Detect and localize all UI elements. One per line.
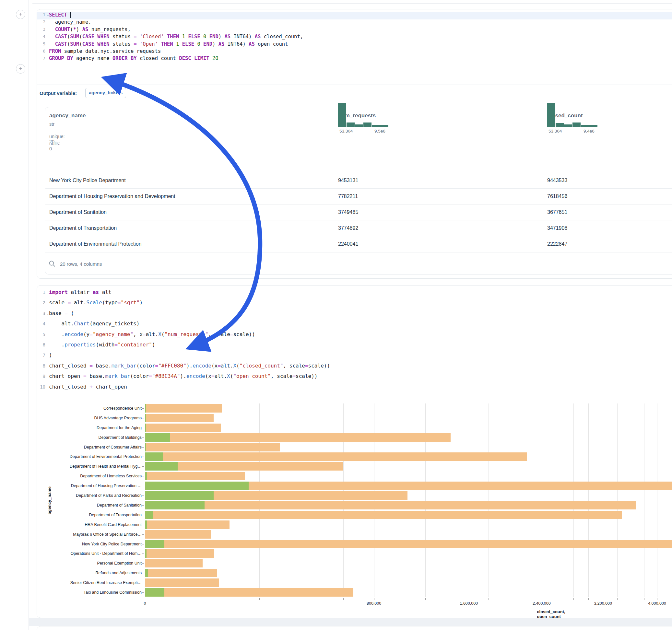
bar-closed-count[interactable] bbox=[145, 453, 527, 461]
y-axis-label: Department of Buildings bbox=[38, 435, 142, 440]
x-axis-tick bbox=[448, 598, 448, 600]
histogram-bar bbox=[363, 122, 371, 127]
x-axis-tick bbox=[525, 598, 525, 600]
y-axis-tick bbox=[142, 457, 144, 457]
y-axis-label: Personal Exemption Unit bbox=[38, 561, 142, 565]
bar-open-count[interactable] bbox=[145, 511, 153, 519]
line-number: 6 bbox=[37, 340, 45, 350]
search-icon[interactable] bbox=[49, 260, 56, 267]
bar-open-count[interactable] bbox=[145, 462, 178, 470]
gridline bbox=[525, 404, 525, 597]
y-axis-tick bbox=[142, 466, 144, 467]
table-row[interactable]: Department of Housing Preservation and D… bbox=[45, 189, 672, 204]
table-row[interactable]: Department of Transportation377489234719… bbox=[45, 220, 672, 236]
bar-closed-count[interactable] bbox=[145, 472, 245, 480]
histogram-bar bbox=[380, 125, 388, 127]
y-axis-tick bbox=[142, 408, 144, 409]
column-header-agency_name[interactable]: agency_name bbox=[49, 113, 86, 119]
text-cursor bbox=[70, 12, 71, 18]
y-axis-label: Operations Unit - Department of Hom… bbox=[38, 551, 142, 556]
gridline bbox=[558, 404, 558, 597]
code-text: .properties(width="container") bbox=[49, 340, 155, 350]
bar-closed-count[interactable] bbox=[145, 559, 202, 567]
bar-closed-count[interactable] bbox=[145, 423, 221, 432]
line-number: 3 bbox=[37, 26, 45, 33]
y-axis-tick bbox=[142, 505, 144, 506]
histogram-bar bbox=[573, 122, 581, 127]
bar-open-count[interactable] bbox=[145, 569, 148, 577]
bar-open-count[interactable] bbox=[145, 540, 164, 548]
bar-closed-count[interactable] bbox=[145, 588, 353, 597]
bar-closed-count[interactable] bbox=[145, 540, 672, 548]
y-axis-tick bbox=[142, 447, 144, 447]
bar-closed-count[interactable] bbox=[145, 511, 622, 519]
gridline bbox=[374, 404, 375, 597]
bar-closed-count[interactable] bbox=[145, 443, 280, 452]
y-axis-tick bbox=[142, 554, 144, 554]
x-axis-tick-label: 3,200,000 bbox=[594, 601, 612, 606]
cell-agency-name: Department of Sanitation bbox=[49, 209, 107, 215]
column-histogram[interactable] bbox=[547, 103, 597, 127]
y-axis-label: Department of Transportation bbox=[38, 513, 142, 517]
cell-num-requests: 7782211 bbox=[338, 193, 358, 199]
bar-closed-count[interactable] bbox=[145, 404, 222, 413]
column-type: str bbox=[49, 122, 54, 127]
gridline bbox=[469, 404, 469, 597]
bar-closed-count[interactable] bbox=[145, 549, 214, 558]
y-axis-title: agency_name bbox=[47, 486, 52, 514]
code-text: base = ( bbox=[49, 308, 74, 319]
bar-closed-count[interactable] bbox=[145, 520, 230, 529]
table-row[interactable]: New York City Police Department945313194… bbox=[45, 173, 672, 189]
bar-closed-count[interactable] bbox=[145, 501, 636, 509]
code-text: SELECT bbox=[49, 11, 71, 19]
output-variable-value: agency_tickets bbox=[89, 90, 123, 95]
add-cell-button-below-sql[interactable]: + bbox=[16, 64, 25, 74]
line-number: 4 bbox=[37, 33, 45, 40]
histogram-bar bbox=[556, 123, 564, 127]
row-count-status: 20 rows, 4 columns bbox=[60, 261, 102, 267]
x-axis-tick bbox=[145, 598, 145, 600]
bar-open-count[interactable] bbox=[145, 491, 214, 500]
histogram-bar bbox=[338, 103, 346, 127]
bar-open-count[interactable] bbox=[145, 453, 163, 461]
x-axis-tick bbox=[307, 598, 307, 600]
bar-open-count[interactable] bbox=[145, 482, 249, 490]
code-text: chart_closed = base.mark_bar(color="#FFC… bbox=[49, 361, 330, 371]
bar-open-count[interactable] bbox=[145, 588, 164, 597]
bar-closed-count[interactable] bbox=[145, 414, 214, 422]
gridline bbox=[603, 404, 603, 597]
x-axis-tick bbox=[573, 598, 574, 600]
bar-closed-count[interactable] bbox=[145, 569, 217, 577]
code-text: chart_open = base.mark_bar(color="#8BC34… bbox=[49, 371, 318, 382]
bar-closed-count[interactable] bbox=[145, 579, 219, 587]
column-histogram[interactable] bbox=[338, 103, 388, 127]
histogram-bar bbox=[372, 125, 380, 127]
x-axis-tick bbox=[589, 598, 589, 600]
y-axis-label: Department of Environmental Protection bbox=[38, 454, 142, 459]
output-variable-pill[interactable]: agency_tickets bbox=[85, 88, 126, 98]
x-axis-tick bbox=[425, 598, 426, 600]
histogram-bar bbox=[355, 124, 363, 127]
add-cell-button-top[interactable]: + bbox=[16, 10, 25, 19]
gridline bbox=[425, 404, 426, 597]
table-row[interactable]: Department of Sanitation37494853677651 bbox=[45, 204, 672, 220]
cell-agency-name: Department of Housing Preservation and D… bbox=[49, 193, 175, 199]
cell-closed-count: 3471908 bbox=[547, 225, 567, 231]
bar-closed-count[interactable] bbox=[145, 530, 211, 539]
y-axis-label: Department of Parks and Recreation bbox=[38, 493, 142, 498]
bar-open-count[interactable] bbox=[145, 501, 205, 509]
x-axis-tick bbox=[603, 598, 603, 600]
y-axis-tick bbox=[142, 495, 144, 496]
y-axis-label: Refunds and Adjustments bbox=[38, 571, 142, 575]
bar-closed-count[interactable] bbox=[145, 433, 451, 442]
y-axis-label: HRA Benefit Card Replacement bbox=[38, 523, 142, 527]
gridline bbox=[448, 404, 448, 597]
bar-open-count[interactable] bbox=[145, 433, 170, 442]
y-axis-tick bbox=[142, 592, 144, 593]
cell-agency-name: New York City Police Department bbox=[49, 177, 126, 184]
code-text: import altair as alt bbox=[49, 287, 112, 297]
code-text: alt.Chart(agency_tickets) bbox=[49, 319, 139, 329]
cell-agency-name: Department of Environmental Protection bbox=[49, 241, 142, 247]
y-axis-label: Department of Housing Preservation … bbox=[38, 484, 142, 488]
table-row[interactable]: Department of Environmental Protection22… bbox=[45, 236, 672, 252]
